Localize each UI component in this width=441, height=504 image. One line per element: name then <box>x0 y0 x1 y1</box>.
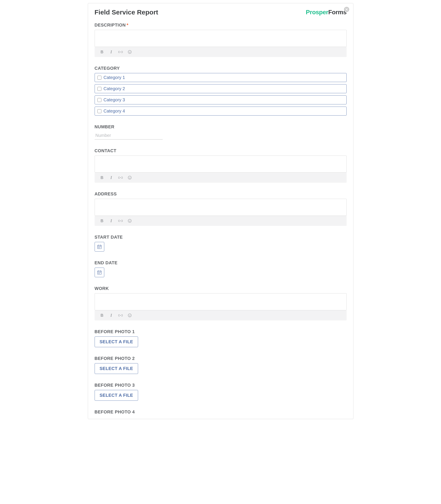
svg-point-3 <box>128 176 131 179</box>
category-label-3: Category 3 <box>104 97 125 103</box>
label-before-photo-1: BEFORE PHOTO 1 <box>94 329 346 334</box>
svg-point-5 <box>130 177 130 178</box>
section-before-photo-2: BEFORE PHOTO 2 SELECT A FILE <box>94 356 346 374</box>
section-end-date: END DATE <box>94 260 346 277</box>
label-start-date: START DATE <box>94 235 346 240</box>
category-label-1: Category 1 <box>104 75 125 80</box>
category-checkbox-2[interactable] <box>97 87 101 91</box>
section-number: NUMBER <box>94 124 346 139</box>
svg-rect-11 <box>99 247 100 247</box>
form-title: Field Service Report <box>94 9 158 16</box>
close-button[interactable] <box>344 7 349 12</box>
label-before-photo-3: BEFORE PHOTO 3 <box>94 383 346 388</box>
label-before-photo-2: BEFORE PHOTO 2 <box>94 356 346 361</box>
category-checkbox-1[interactable] <box>97 76 101 80</box>
svg-point-1 <box>129 51 129 52</box>
bold-button[interactable]: B <box>100 219 104 223</box>
label-work: WORK <box>94 286 346 291</box>
section-work: WORK B I <box>94 286 346 320</box>
svg-rect-20 <box>99 273 100 274</box>
label-end-date: END DATE <box>94 260 346 265</box>
select-file-button-2[interactable]: SELECT A FILE <box>94 363 138 374</box>
italic-button[interactable]: I <box>109 50 113 54</box>
label-category: CATEGORY <box>94 66 346 71</box>
link-button[interactable] <box>118 50 123 54</box>
smile-icon <box>128 313 132 317</box>
svg-rect-14 <box>99 248 100 248</box>
svg-point-4 <box>129 177 129 178</box>
category-option-4[interactable]: Category 4 <box>94 107 346 116</box>
label-before-photo-4: BEFORE PHOTO 4 <box>94 410 346 415</box>
category-option-3[interactable]: Category 3 <box>94 95 346 104</box>
number-field[interactable] <box>94 132 163 139</box>
required-marker: * <box>127 23 128 28</box>
emoji-button[interactable] <box>127 176 132 180</box>
bold-button[interactable]: B <box>100 313 104 318</box>
emoji-button[interactable] <box>127 50 132 54</box>
category-checkbox-4[interactable] <box>97 109 101 113</box>
address-toolbar: B I <box>94 216 346 226</box>
link-button[interactable] <box>118 219 123 223</box>
section-start-date: START DATE <box>94 235 346 252</box>
emoji-button[interactable] <box>127 313 132 318</box>
section-address: ADDRESS B I <box>94 192 346 226</box>
start-date-picker[interactable] <box>94 242 104 252</box>
select-file-button-3[interactable]: SELECT A FILE <box>94 390 138 401</box>
label-address: ADDRESS <box>94 192 346 196</box>
category-option-2[interactable]: Category 2 <box>94 84 346 93</box>
brand-part-2: Forms <box>328 9 346 15</box>
category-checkbox-3[interactable] <box>97 98 101 102</box>
calendar-icon <box>97 244 102 249</box>
link-button[interactable] <box>118 176 123 180</box>
bold-button[interactable]: B <box>100 50 104 54</box>
section-before-photo-3: BEFORE PHOTO 3 SELECT A FILE <box>94 383 346 401</box>
svg-rect-18 <box>100 272 101 273</box>
svg-point-2 <box>130 51 130 52</box>
section-before-photo-4: BEFORE PHOTO 4 <box>94 410 346 415</box>
label-number: NUMBER <box>94 124 346 129</box>
close-icon <box>346 8 348 11</box>
smile-icon <box>128 219 132 223</box>
smile-icon <box>128 50 132 54</box>
svg-point-0 <box>128 50 131 54</box>
brand-logo: ProsperForms <box>306 9 346 16</box>
link-icon <box>118 176 123 179</box>
category-label-2: Category 2 <box>104 86 125 91</box>
svg-point-8 <box>130 220 130 221</box>
svg-rect-13 <box>98 248 99 248</box>
emoji-button[interactable] <box>127 219 132 223</box>
link-icon <box>118 219 123 222</box>
description-field[interactable] <box>94 30 346 47</box>
address-field[interactable] <box>94 199 346 216</box>
category-list: Category 1 Category 2 Category 3 Categor… <box>94 73 346 116</box>
svg-point-6 <box>128 219 131 222</box>
work-toolbar: B I <box>94 310 346 320</box>
link-icon <box>118 50 123 54</box>
svg-point-21 <box>128 314 131 317</box>
work-field[interactable] <box>94 293 346 310</box>
contact-toolbar: B I <box>94 173 346 183</box>
select-file-button-1[interactable]: SELECT A FILE <box>94 336 138 347</box>
label-contact: CONTACT <box>94 148 346 153</box>
svg-point-7 <box>129 220 129 221</box>
smile-icon <box>128 176 132 180</box>
link-button[interactable] <box>118 313 123 318</box>
bold-button[interactable]: B <box>100 176 104 180</box>
svg-rect-10 <box>98 247 99 247</box>
category-label-4: Category 4 <box>104 109 125 114</box>
contact-field[interactable] <box>94 155 346 173</box>
end-date-picker[interactable] <box>94 267 104 277</box>
brand-part-1: Prosper <box>306 9 328 15</box>
svg-point-23 <box>130 315 130 315</box>
category-option-1[interactable]: Category 1 <box>94 73 346 82</box>
calendar-icon <box>97 270 102 275</box>
italic-button[interactable]: I <box>109 313 113 318</box>
svg-point-22 <box>129 315 129 315</box>
italic-button[interactable]: I <box>109 176 113 180</box>
svg-rect-16 <box>98 272 99 273</box>
link-icon <box>118 314 123 317</box>
italic-button[interactable]: I <box>109 219 113 223</box>
svg-rect-19 <box>98 273 99 274</box>
label-description: DESCRIPTION* <box>94 23 346 28</box>
section-category: CATEGORY Category 1 Category 2 Category … <box>94 66 346 116</box>
